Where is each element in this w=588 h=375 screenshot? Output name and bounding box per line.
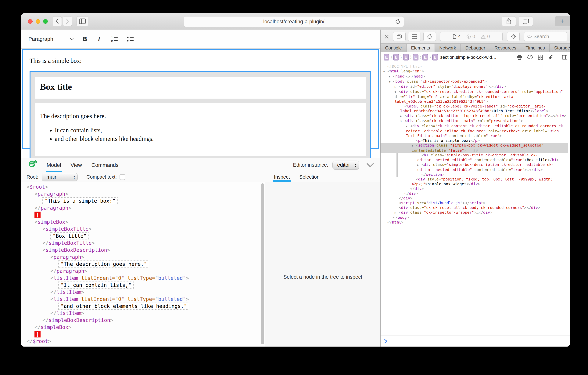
dom-tree-line[interactable]: <h1 class="simple-box-title ck-editor__e…	[381, 153, 568, 162]
url-bar[interactable]: localhost/creating-a-plugin/	[184, 16, 404, 27]
bold-button[interactable]: B	[83, 35, 87, 43]
model-tree-line[interactable]: </simpleBox>	[21, 324, 265, 331]
model-tree-line[interactable]: "The description goes here."	[21, 261, 265, 267]
breadcrumb-element-badge[interactable]: E	[403, 54, 409, 60]
description-paragraph[interactable]: The description goes here.	[40, 113, 361, 120]
devtools-tab-console[interactable]: Console	[381, 44, 407, 52]
dom-tree-line[interactable]: ▶<div class="simple-box-description ck-e…	[381, 162, 568, 172]
devtools-tab-storage[interactable]: Storage	[550, 44, 570, 52]
simple-box-title-area[interactable]: Box title	[35, 77, 366, 99]
dom-tree-line[interactable]: <!DOCTYPE html>	[381, 64, 568, 69]
model-tree-line[interactable]: </paragraph>	[21, 204, 265, 211]
dom-tree-line[interactable]: <script src="dist/bundle.js"></script>	[381, 201, 568, 205]
tab-overview-button[interactable]	[519, 16, 533, 26]
back-button[interactable]	[53, 16, 62, 26]
model-tree-line[interactable]: <$root>	[21, 183, 265, 190]
details-sidebar-icon[interactable]	[562, 55, 567, 60]
numbered-list-button[interactable]: 12	[110, 35, 119, 43]
model-tree-line[interactable]: "Box title"	[21, 232, 265, 239]
tab-selection[interactable]: Selection	[299, 172, 320, 182]
print-icon[interactable]	[517, 55, 522, 60]
grid-layout-icon[interactable]	[538, 55, 543, 60]
dom-tree-line[interactable]: <div class="ck ck-reset_all ck-body ck-r…	[381, 205, 568, 210]
document-count[interactable]: 4	[453, 34, 461, 39]
dom-tree-line[interactable]: </body>	[381, 215, 568, 220]
model-tree-line[interactable]: "and other block elements like headings.…	[21, 303, 265, 309]
root-select[interactable]: main ▴▾	[42, 173, 78, 181]
tab-inspect[interactable]: Inspect	[274, 172, 290, 182]
rich-text-editable[interactable]: This is a simple box: Box title The desc…	[22, 49, 379, 149]
dom-tree-line[interactable]: <p>This is a simple box:</p>	[381, 138, 568, 143]
breadcrumb-element-badge[interactable]: E	[432, 54, 438, 60]
element-picker-button[interactable]	[507, 32, 520, 41]
dom-tree-line[interactable]: ▼<html lang="en">	[381, 69, 568, 74]
dom-tree-line[interactable]: ▼<div class="ck ck-editor__main" role="p…	[381, 119, 568, 124]
sidebar-toggle-button[interactable]	[76, 16, 88, 26]
traffic-close-button[interactable]	[28, 19, 32, 24]
model-tree-line[interactable]: </listItem>	[21, 309, 265, 317]
dom-tree-line[interactable]: ▼<body class="ck-inspector-body-expanded…	[381, 79, 568, 84]
collapse-inspector-icon[interactable]	[366, 163, 374, 167]
model-tree-line[interactable]: <simpleBox>	[21, 218, 265, 225]
inspector-tab-view[interactable]: View	[71, 158, 82, 172]
devtools-tab-resources[interactable]: Resources	[490, 44, 521, 52]
simple-box-widget[interactable]: Box title The description goes here. It …	[30, 71, 371, 162]
editor-instance-select[interactable]: editor ▴▾	[332, 161, 359, 170]
model-tree-line[interactable]: </simpleBoxTitle>	[21, 239, 265, 246]
simple-box-description-area[interactable]: The description goes here. It can contai…	[35, 103, 366, 156]
source-code-icon[interactable]	[527, 55, 533, 60]
model-tree-line[interactable]: <paragraph>	[21, 190, 265, 197]
forward-button[interactable]	[63, 16, 72, 26]
bullet-item[interactable]: and other block elements like headings.	[55, 135, 361, 142]
breadcrumb-element-badge[interactable]: E	[422, 54, 428, 60]
breadcrumb-element-badge[interactable]: E	[393, 54, 399, 60]
new-tab-button[interactable]: +	[555, 16, 570, 26]
dom-tree-line[interactable]: ▼<div class="ck ck-reset ck-editor ck-ro…	[381, 89, 568, 104]
model-tree-line[interactable]: </listItem>	[21, 288, 265, 296]
close-devtools-button[interactable]	[385, 34, 389, 39]
error-count[interactable]: 0	[466, 34, 475, 39]
model-tree-line[interactable]: "It can contain lists,"	[21, 282, 265, 288]
dom-tree-line[interactable]: </section>	[381, 172, 568, 177]
model-tree-line[interactable]: </paragraph>	[21, 267, 265, 275]
devtools-reload-button[interactable]	[423, 32, 436, 41]
devtools-tab-timelines[interactable]: Timelines	[521, 44, 550, 52]
model-tree-line[interactable]: "This is a simple box:"	[21, 197, 265, 204]
detach-devtools-button[interactable]	[393, 32, 406, 41]
description-bullet-list[interactable]: It can contain lists,and other block ele…	[40, 127, 361, 142]
breadcrumb-label[interactable]: section.simple-box.ck-wid…	[440, 55, 496, 60]
dom-tree-line[interactable]: </div>	[381, 191, 568, 196]
reload-button[interactable]	[395, 19, 401, 25]
share-button[interactable]	[502, 16, 516, 26]
traffic-zoom-button[interactable]	[43, 19, 48, 24]
model-tree-line[interactable]: <listItem listIndent="0" listType="bulle…	[21, 296, 265, 303]
dom-tree-line[interactable]: ▼<div class="ck ck-content ck-editor__ed…	[381, 124, 568, 138]
styles-brush-icon[interactable]	[548, 55, 553, 60]
breadcrumb-element-badge[interactable]: E	[384, 54, 389, 60]
warning-count[interactable]: 0	[481, 34, 490, 39]
dom-tree-line[interactable]: <label class="ck ck-label ck-voice-label…	[381, 104, 568, 113]
model-tree-line[interactable]: [	[21, 211, 265, 218]
dom-tree-line[interactable]: <div style="position: fixed; top: 0px; l…	[381, 177, 568, 186]
model-tree-line[interactable]: <listItem listIndent="0" listType="bulle…	[21, 275, 265, 282]
dom-tree-line[interactable]: </div>	[381, 196, 568, 201]
dom-tree-line[interactable]: ▶<div id="editor" style="display: none;"…	[381, 84, 568, 89]
dom-tree-line[interactable]: ▼<section class="simple-box ck-widget ck…	[381, 143, 568, 153]
inspector-tab-commands[interactable]: Commands	[91, 158, 118, 172]
dock-bottom-button[interactable]	[408, 32, 421, 41]
breadcrumb-element-badge[interactable]: E	[413, 54, 419, 60]
devtools-search-field[interactable]: Search	[524, 32, 567, 41]
box-title-heading[interactable]: Box title	[40, 81, 361, 92]
bullet-item[interactable]: It can contain lists,	[55, 127, 361, 134]
model-tree-line[interactable]: </simpleBoxDescription>	[21, 317, 265, 324]
traffic-minimize-button[interactable]	[36, 19, 40, 24]
dom-tree-line[interactable]: ▶<head>…</head>	[381, 74, 568, 79]
dom-tree-line[interactable]: ▶<div class="ck ck-editor__top ck-reset_…	[381, 113, 568, 119]
intro-paragraph[interactable]: This is a simple box:	[30, 57, 372, 64]
paragraph-dropdown[interactable]: Paragraph	[28, 36, 74, 42]
dom-tree-line[interactable]: </div>	[381, 186, 568, 191]
devtools-tab-debugger[interactable]: Debugger	[461, 44, 490, 52]
model-tree-line[interactable]: </$root>	[21, 338, 265, 345]
model-tree-line[interactable]: <simpleBoxTitle>	[21, 225, 265, 232]
model-tree-line[interactable]: <paragraph>	[21, 254, 265, 261]
